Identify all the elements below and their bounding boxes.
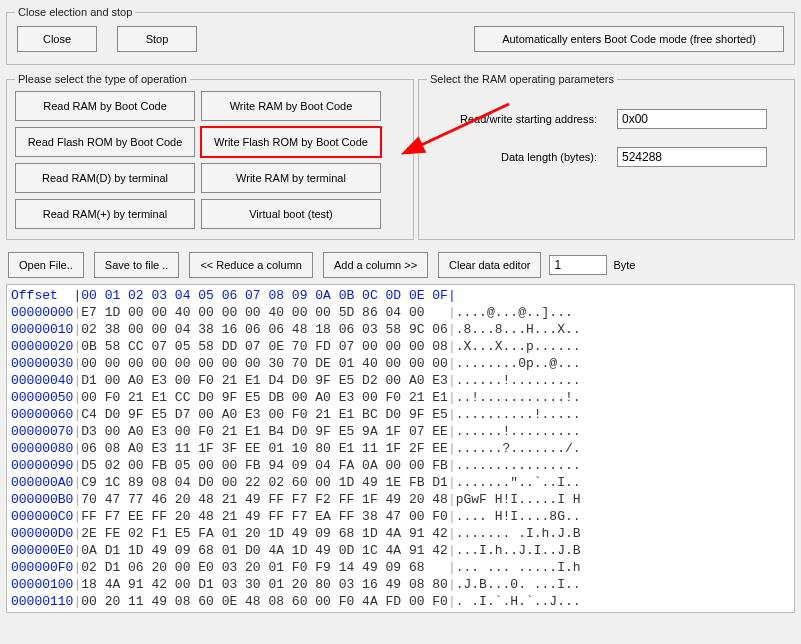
byte-label: Byte: [613, 259, 635, 271]
add-column-button[interactable]: Add a column >>: [323, 252, 428, 278]
read-flash-boot-button[interactable]: Read Flash ROM by Boot Code: [15, 127, 195, 157]
ram-len-label: Data length (bytes):: [437, 151, 617, 163]
hex-editor[interactable]: Offset |00 01 02 03 04 05 06 07 08 09 0A…: [6, 284, 795, 613]
write-ram-term-button[interactable]: Write RAM by terminal: [201, 163, 381, 193]
ram-params-legend: Select the RAM operating parameters: [427, 73, 617, 85]
write-flash-boot-button[interactable]: Write Flash ROM by Boot Code: [201, 127, 381, 157]
close-button[interactable]: Close: [17, 26, 97, 52]
ram-addr-input[interactable]: [617, 109, 767, 129]
clear-editor-button[interactable]: Clear data editor: [438, 252, 541, 278]
ram-params-fieldset: Select the RAM operating parameters Read…: [418, 73, 795, 240]
stop-button[interactable]: Stop: [117, 26, 197, 52]
byte-count-input[interactable]: [549, 255, 607, 275]
reduce-column-button[interactable]: << Reduce a column: [189, 252, 313, 278]
write-ram-boot-button[interactable]: Write RAM by Boot Code: [201, 91, 381, 121]
close-group-fieldset: Close election and stop Close Stop Autom…: [6, 6, 795, 65]
toolbar: Open File.. Save to file .. << Reduce a …: [6, 250, 795, 280]
close-group-legend: Close election and stop: [15, 6, 135, 18]
open-file-button[interactable]: Open File..: [8, 252, 84, 278]
read-ram-d-term-button[interactable]: Read RAM(D) by terminal: [15, 163, 195, 193]
operation-legend: Please select the type of operation: [15, 73, 190, 85]
ram-addr-label: Read/write starting address:: [437, 113, 617, 125]
ram-len-input[interactable]: [617, 147, 767, 167]
read-ram-boot-button[interactable]: Read RAM by Boot Code: [15, 91, 195, 121]
save-file-button[interactable]: Save to file ..: [94, 252, 180, 278]
auto-boot-button[interactable]: Automatically enters Boot Code mode (fre…: [474, 26, 784, 52]
operation-fieldset: Please select the type of operation Read…: [6, 73, 414, 240]
virtual-boot-button[interactable]: Virtual boot (test): [201, 199, 381, 229]
read-ram-p-term-button[interactable]: Read RAM(+) by terminal: [15, 199, 195, 229]
